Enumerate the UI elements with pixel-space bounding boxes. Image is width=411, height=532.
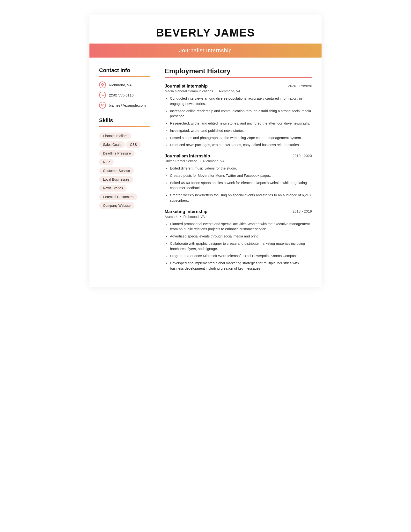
job-title: Journalist Internship: [165, 84, 208, 89]
job-bullets: Planned promotional events and special a…: [165, 221, 312, 271]
title-bar: Journalist Internship: [89, 44, 322, 57]
job-title-bar: Journalist Internship: [99, 48, 312, 54]
skill-tag: RFP: [99, 159, 114, 165]
skill-tag: CSS: [126, 141, 141, 148]
job-title: Marketing Internship: [165, 209, 207, 214]
phone-icon: [99, 92, 106, 98]
list-item: Edited 45-60 online sports articles a we…: [170, 180, 312, 191]
skill-tag: News Stories: [99, 185, 127, 191]
list-item: Increased online readership and communic…: [170, 109, 312, 119]
list-item: Posted stories and photographs to the we…: [170, 135, 312, 141]
list-item: Planned promotional events and special a…: [170, 221, 312, 232]
skill-tag: Sales Goals: [99, 141, 125, 148]
job-subtitle: Aramark • Richmond, VA: [165, 215, 312, 218]
employment-divider: [165, 77, 312, 78]
skills-section: Skills PhotojournalismSales GoalsCSSDead…: [99, 117, 150, 210]
candidate-name: BEVERLY JAMES: [99, 26, 312, 39]
email-text: bjames@example.com: [109, 103, 146, 107]
job-header: Marketing Internship2018 - 2019: [165, 209, 312, 214]
job-entry-1: Journalism Internship2019 - 2020United P…: [165, 153, 312, 203]
job-date: 2018 - 2019: [292, 209, 312, 213]
list-item: Produced news packages, wrote news stori…: [170, 142, 312, 148]
job-bullets: Edited different music videos for the st…: [165, 166, 312, 203]
contact-email: bjames@example.com: [99, 102, 150, 109]
skill-tag: Potential Customers: [99, 193, 137, 200]
job-subtitle: United Parcel Service • Richmond, VA: [165, 159, 312, 163]
skills-section-title: Skills: [99, 117, 150, 124]
list-item: Created weekly newsletters focusing on s…: [170, 193, 312, 203]
job-subtitle: Media General Communications • Richmond,…: [165, 89, 312, 93]
location-text: Richmond, VA: [109, 83, 132, 87]
list-item: Program Experience Microsoft Word Micros…: [170, 253, 312, 259]
list-item: Created posts for Movers for Moms Twitte…: [170, 173, 312, 179]
list-item: Researched, wrote, and edited news stori…: [170, 121, 312, 126]
skills-divider: [99, 126, 150, 127]
contact-phone: (250) 555-6110: [99, 92, 150, 98]
main-content: Employment History Journalist Internship…: [157, 57, 322, 287]
skill-tag: Deadline Pressure: [99, 150, 135, 157]
body-section: Contact Info Richmond, VA: [89, 57, 322, 287]
job-entry-2: Marketing Internship2018 - 2019Aramark •…: [165, 209, 312, 271]
sidebar: Contact Info Richmond, VA: [89, 57, 157, 287]
contact-divider: [99, 76, 150, 77]
employment-section-title: Employment History: [165, 67, 312, 75]
list-item: Developed and implemented global marketi…: [170, 261, 312, 271]
svg-rect-0: [101, 104, 104, 106]
list-item: Collaborate with graphic designer to cre…: [170, 241, 312, 252]
job-header: Journalist Internship2020 - Present: [165, 84, 312, 89]
skill-tag: Customer Service: [99, 167, 134, 174]
list-item: Edited different music videos for the st…: [170, 166, 312, 171]
job-bullets: Conducted interviews among diverse popul…: [165, 96, 312, 148]
location-icon: [99, 82, 106, 88]
skill-tag: Photojournalism: [99, 133, 131, 139]
phone-text: (250) 555-6110: [109, 93, 134, 97]
email-icon: [99, 102, 106, 109]
job-entry-0: Journalist Internship2020 - PresentMedia…: [165, 84, 312, 148]
job-date: 2020 - Present: [288, 84, 312, 88]
job-date: 2019 - 2020: [292, 153, 312, 158]
job-title: Journalism Internship: [165, 153, 210, 159]
job-header: Journalism Internship2019 - 2020: [165, 153, 312, 159]
skill-tag: Local Businesses: [99, 176, 133, 183]
contact-location: Richmond, VA: [99, 82, 150, 88]
contact-section-title: Contact Info: [99, 67, 150, 74]
jobs-list: Journalist Internship2020 - PresentMedia…: [165, 84, 312, 271]
skills-tags: PhotojournalismSales GoalsCSSDeadline Pr…: [99, 132, 150, 210]
list-item: Advertised special events through social…: [170, 234, 312, 239]
header-section: BEVERLY JAMES: [89, 15, 322, 44]
list-item: Investigated, wrote, and published news …: [170, 128, 312, 133]
resume-container: BEVERLY JAMES Journalist Internship Cont…: [89, 15, 322, 287]
list-item: Conducted interviews among diverse popul…: [170, 96, 312, 107]
contact-section: Contact Info Richmond, VA: [99, 67, 150, 109]
skill-tag: Company Website: [99, 202, 134, 209]
